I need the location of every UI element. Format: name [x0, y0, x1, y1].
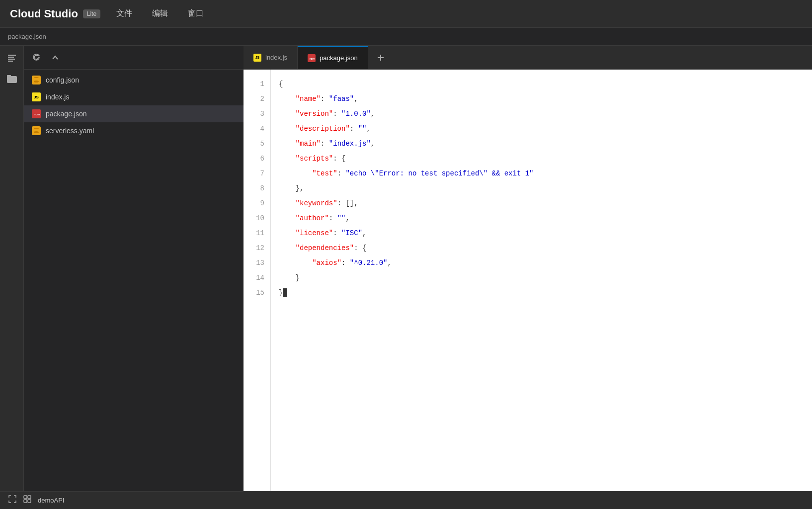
file-item-serverless-yaml[interactable]: serverless.yaml	[24, 122, 244, 139]
svg-rect-5	[7, 75, 11, 77]
menu-file[interactable]: 文件	[112, 6, 136, 21]
svg-rect-20	[28, 496, 31, 499]
sidebar-container: config.json JS index.js npm package.j	[0, 46, 244, 491]
folder-icon	[7, 74, 17, 83]
yaml-icon	[32, 126, 41, 135]
breadcrumb-bar: package.json	[0, 28, 812, 46]
file-name-config-json: config.json	[46, 76, 79, 84]
left-icon-rail	[0, 46, 24, 491]
code-content: { "name": "faas", "version": "1.0.0", "d…	[271, 70, 812, 491]
menu-edit[interactable]: 编辑	[148, 6, 172, 21]
file-tree-icon	[7, 54, 17, 64]
svg-rect-0	[8, 55, 16, 56]
tab-index-js[interactable]: JS index.js	[244, 46, 298, 69]
svg-rect-22	[28, 500, 31, 503]
line-numbers: 12345 678910 1112131415	[244, 70, 271, 491]
file-item-config-json[interactable]: config.json	[24, 72, 244, 88]
svg-text:npm: npm	[310, 57, 315, 60]
folder-icon-btn[interactable]	[3, 70, 21, 87]
project-label: demoAPI	[38, 497, 64, 504]
svg-rect-19	[24, 496, 27, 499]
refresh-icon-btn[interactable]	[30, 51, 43, 64]
tab-js-icon: JS	[253, 54, 261, 62]
collapse-icon-btn[interactable]	[49, 51, 62, 64]
expand-icon	[8, 495, 17, 504]
tab-package-json[interactable]: npm package.json	[298, 46, 368, 69]
code-editor[interactable]: 12345 678910 1112131415 { "name": "faas"…	[244, 70, 812, 491]
file-name-serverless-yaml: serverless.yaml	[46, 127, 94, 135]
main-content: config.json JS index.js npm package.j	[0, 46, 812, 491]
status-bar: demoAPI	[0, 491, 812, 509]
sidebar-toolbar	[24, 46, 244, 70]
js-icon: JS	[32, 92, 41, 101]
add-tab-button[interactable]	[368, 46, 393, 69]
explorer-icon-btn[interactable]	[3, 50, 21, 68]
file-name-index-js: index.js	[46, 93, 69, 101]
brand: Cloud Studio Lite	[10, 7, 100, 20]
menu-window[interactable]: 窗口	[184, 6, 208, 21]
file-name-package-json: package.json	[46, 110, 87, 118]
refresh-icon	[32, 53, 41, 62]
json-icon	[32, 76, 41, 85]
editor-area: JS index.js npm package.json	[244, 46, 812, 491]
tab-pkg-icon: npm	[308, 54, 316, 62]
chevron-up-icon	[51, 53, 60, 62]
tab-label-index-js: index.js	[265, 54, 287, 61]
svg-rect-3	[8, 61, 13, 62]
svg-rect-21	[24, 500, 27, 503]
app-title: Cloud Studio	[10, 7, 78, 20]
file-item-index-js[interactable]: JS index.js	[24, 88, 244, 105]
pkg-icon: npm	[32, 109, 41, 118]
title-bar: Cloud Studio Lite 文件 编辑 窗口	[0, 0, 812, 28]
file-panel: config.json JS index.js npm package.j	[24, 46, 244, 491]
svg-rect-2	[8, 59, 15, 60]
tab-label-package-json: package.json	[320, 54, 358, 62]
expand-icon-btn[interactable]	[8, 495, 17, 506]
svg-point-9	[34, 81, 39, 83]
svg-text:npm: npm	[34, 113, 40, 116]
breadcrumb: package.json	[8, 33, 46, 40]
svg-rect-1	[8, 57, 14, 58]
plus-icon	[376, 53, 385, 62]
puzzle-icon	[23, 495, 32, 504]
file-list: config.json JS index.js npm package.j	[24, 70, 244, 141]
svg-rect-4	[7, 76, 17, 83]
file-item-package-json[interactable]: npm package.json	[24, 105, 244, 122]
svg-point-14	[34, 131, 39, 133]
svg-rect-18	[378, 57, 384, 58]
app-badge: Lite	[83, 9, 100, 18]
editor-tabs: JS index.js npm package.json	[244, 46, 812, 70]
puzzle-icon-btn[interactable]	[23, 495, 32, 506]
